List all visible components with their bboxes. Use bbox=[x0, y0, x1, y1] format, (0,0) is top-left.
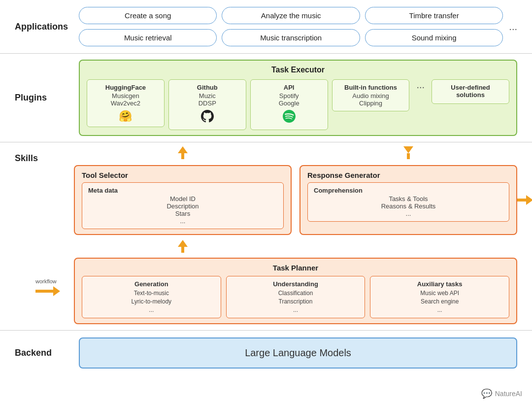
arrow-up-tool-head bbox=[178, 146, 188, 153]
app-pill-sound-mixing[interactable]: Sound mixing bbox=[365, 29, 503, 46]
applications-section: Applications Create a song Analyze the m… bbox=[0, 0, 532, 53]
workflow-label: workflow bbox=[35, 278, 57, 284]
skills-arrows-row bbox=[74, 148, 517, 159]
app-pill-create-song[interactable]: Create a song bbox=[79, 7, 217, 24]
task-planner-generation: Generation Text-to-music Lyric-to-melody… bbox=[82, 276, 221, 318]
arrow-up-tool-shaft bbox=[181, 153, 184, 159]
plugin-api: API Spotify Google bbox=[250, 79, 328, 130]
arrow-spacer bbox=[299, 241, 517, 252]
tool-selector-stars: Stars bbox=[88, 210, 277, 217]
plugins-section: Plugins Task Executor HuggingFace Musicg… bbox=[0, 54, 532, 142]
apps-grid: Create a song Analyze the music Timbre t… bbox=[79, 7, 503, 46]
plugins-row: HuggingFace Musicgen Wav2vec2 🤗 Github M… bbox=[87, 79, 509, 130]
workflow-arrow-head bbox=[53, 286, 60, 296]
plugin-github-line2: DDSP bbox=[175, 100, 240, 107]
apps-ellipsis: ... bbox=[509, 21, 517, 33]
arrow-up-planner-head bbox=[178, 240, 188, 247]
plugin-builtin-line2: Clipping bbox=[338, 100, 403, 107]
task-planner-auxiliary: Auxiliary tasks Music web API Search eng… bbox=[370, 276, 509, 318]
plugin-github-line1: Muzic bbox=[175, 92, 240, 100]
task-planner-box: workflow Task Planner Generation Text-to… bbox=[74, 258, 517, 324]
tool-selector-ellipsis: ... bbox=[88, 217, 277, 225]
arrow-down-response-head bbox=[403, 146, 413, 153]
watermark-text: NatureAI bbox=[495, 390, 522, 398]
tp-und-title: Understanding bbox=[232, 280, 360, 288]
response-gen-reasons: Reasons & Results bbox=[314, 202, 503, 210]
tp-aux-line2: Search engine bbox=[375, 298, 504, 306]
task-executor-box: Task Executor HuggingFace Musicgen Wav2v… bbox=[79, 60, 517, 136]
spotify-icon bbox=[257, 110, 322, 126]
plugin-builtin: Built-in functions Audio mixing Clipping bbox=[332, 79, 410, 111]
plugin-huggingface-title: HuggingFace bbox=[93, 84, 158, 91]
response-right-arrow bbox=[517, 195, 532, 205]
response-generator-inner-title: Comprehension bbox=[314, 187, 503, 194]
tp-aux-title: Auxiliary tasks bbox=[375, 280, 504, 288]
mid-arrow-row bbox=[74, 241, 517, 252]
response-gen-ellipsis: ... bbox=[314, 210, 503, 217]
plugin-api-line2: Google bbox=[257, 100, 322, 107]
skills-label: Skills bbox=[15, 148, 74, 164]
tool-selector-title: Tool Selector bbox=[82, 171, 284, 179]
response-gen-tasks: Tasks & Tools bbox=[314, 195, 503, 202]
tp-gen-title: Generation bbox=[87, 280, 216, 288]
response-arrow-shaft bbox=[517, 199, 526, 202]
arrow-down-response-shaft bbox=[407, 153, 410, 159]
arrow-up-tool-wrap bbox=[74, 148, 292, 159]
task-planner-inner-row: Generation Text-to-music Lyric-to-melody… bbox=[82, 276, 509, 318]
app-pill-analyze-music[interactable]: Analyze the music bbox=[222, 7, 360, 24]
plugin-ellipsis: ... bbox=[413, 79, 428, 91]
arrow-up-from-planner bbox=[178, 240, 188, 253]
backend-section: Backend Large Language Models bbox=[0, 331, 532, 375]
wechat-icon: 💬 bbox=[481, 388, 492, 399]
app-pill-music-retrieval[interactable]: Music retrieval bbox=[79, 29, 217, 46]
plugin-builtin-line1: Audio mixing bbox=[338, 92, 403, 100]
tool-selector-model-id: Model ID bbox=[88, 195, 277, 202]
tp-aux-ellipsis: ... bbox=[375, 306, 504, 314]
tool-selector-inner: Meta data Model ID Description Stars ... bbox=[82, 182, 284, 229]
response-generator-inner: Comprehension Tasks & Tools Reasons & Re… bbox=[307, 182, 509, 222]
task-executor-title: Task Executor bbox=[87, 66, 509, 74]
arrow-down-response-wrap bbox=[299, 148, 517, 159]
workflow-arrow-inner bbox=[35, 286, 60, 296]
plugin-api-title: API bbox=[257, 84, 322, 91]
response-arrow-head bbox=[526, 195, 532, 205]
arrow-up-from-planner-wrap bbox=[74, 241, 292, 252]
plugin-github-title: Github bbox=[175, 84, 240, 91]
response-generator-title: Response Generator bbox=[307, 171, 509, 179]
workflow-arrow: workflow bbox=[35, 286, 60, 296]
skills-top-row: Tool Selector Meta data Model ID Descrip… bbox=[74, 165, 517, 235]
plugin-api-line1: Spotify bbox=[257, 92, 322, 100]
tp-aux-line1: Music web API bbox=[375, 289, 504, 298]
app-pill-music-transcription[interactable]: Music transcription bbox=[222, 29, 360, 46]
response-generator-box: Response Generator Comprehension Tasks &… bbox=[299, 165, 517, 235]
plugin-user-defined: User-defined solutions bbox=[432, 79, 509, 104]
backend-label: Backend bbox=[15, 348, 74, 358]
main-container: Applications Create a song Analyze the m… bbox=[0, 0, 532, 404]
tp-und-line2: Transcription bbox=[232, 298, 360, 306]
arrow-up-planner-shaft bbox=[181, 247, 184, 253]
plugin-huggingface: HuggingFace Musicgen Wav2vec2 🤗 bbox=[87, 79, 165, 127]
huggingface-icon: 🤗 bbox=[93, 110, 158, 123]
tool-selector-box: Tool Selector Meta data Model ID Descrip… bbox=[74, 165, 292, 235]
tp-gen-ellipsis: ... bbox=[87, 306, 216, 314]
tool-selector-description: Description bbox=[88, 202, 277, 210]
tp-gen-line2: Lyric-to-melody bbox=[87, 298, 216, 306]
plugins-label: Plugins bbox=[15, 93, 74, 103]
tp-gen-line1: Text-to-music bbox=[87, 289, 216, 298]
watermark: 💬 NatureAI bbox=[481, 388, 522, 399]
tp-und-ellipsis: ... bbox=[232, 306, 360, 314]
task-planner-title: Task Planner bbox=[82, 264, 509, 272]
tp-und-line1: Classification bbox=[232, 289, 360, 298]
plugin-github: Github Muzic DDSP bbox=[168, 79, 246, 130]
workflow-shaft bbox=[35, 290, 53, 293]
task-planner-understanding: Understanding Classification Transcripti… bbox=[226, 276, 366, 318]
arrow-down-response bbox=[403, 146, 413, 159]
app-pill-timbre-transfer[interactable]: Timbre transfer bbox=[365, 7, 503, 24]
skills-section: Skills bbox=[0, 142, 532, 330]
github-icon bbox=[175, 110, 240, 126]
plugin-huggingface-line1: Musicgen bbox=[93, 92, 158, 100]
arrow-up-tool bbox=[178, 146, 188, 159]
applications-label: Applications bbox=[15, 22, 74, 32]
plugin-huggingface-line2: Wav2vec2 bbox=[93, 100, 158, 107]
skills-content: Tool Selector Meta data Model ID Descrip… bbox=[74, 148, 517, 324]
